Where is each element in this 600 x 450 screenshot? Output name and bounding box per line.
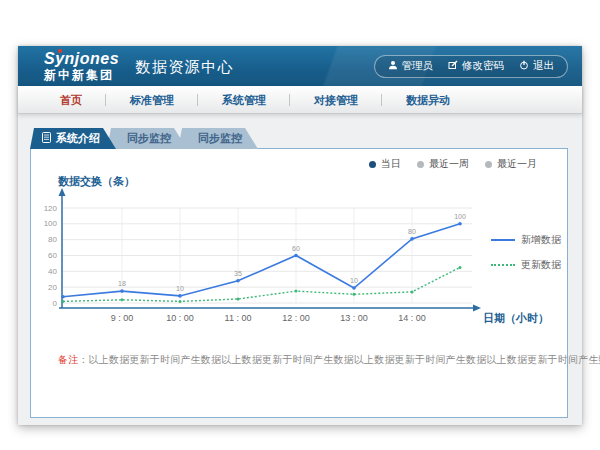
svg-text:20: 20 (48, 283, 57, 292)
app-header: Synjones 新中新集团 数据资源中心 管理员修改密码退出 (18, 46, 582, 86)
header-action-user[interactable]: 管理员 (388, 59, 434, 73)
logo-red-dot-icon (58, 49, 62, 53)
legend-line-sample (491, 239, 515, 241)
nav-item-0[interactable]: 首页 (36, 87, 106, 113)
header-action-label: 修改密码 (462, 59, 504, 73)
svg-text:数据交换（条）: 数据交换（条） (57, 175, 135, 188)
svg-text:12 : 00: 12 : 00 (282, 313, 310, 323)
edit-icon (448, 60, 458, 72)
svg-text:11 : 00: 11 : 00 (225, 313, 252, 323)
nav-item-4[interactable]: 数据异动 (382, 87, 474, 113)
nav-item-1[interactable]: 标准管理 (106, 87, 198, 113)
radio-icon (369, 161, 376, 168)
content-panel: 020406080100120数据交换（条）日期（小时）9 : 0010 : 0… (30, 148, 568, 418)
time-range-options: 当日最近一周最近一月 (369, 157, 537, 171)
range-option-label: 当日 (381, 157, 401, 171)
svg-text:120: 120 (44, 204, 58, 213)
logo-text-en: Synjones (44, 51, 119, 67)
legend-item-0: 新增数据 (491, 233, 561, 247)
footnote-prefix: 备注 (58, 354, 78, 365)
header-actions: 管理员修改密码退出 (374, 55, 569, 78)
svg-text:80: 80 (408, 228, 416, 235)
radio-icon (417, 161, 424, 168)
tab-1[interactable]: 同步监控 (107, 128, 187, 149)
range-option-0[interactable]: 当日 (369, 157, 401, 171)
legend-line-sample (491, 264, 515, 266)
legend-item-1: 更新数据 (491, 258, 561, 272)
range-option-label: 最近一月 (497, 157, 537, 171)
nav-item-2[interactable]: 系统管理 (198, 87, 290, 113)
line-chart: 020406080100120数据交换（条）日期（小时）9 : 0010 : 0… (31, 149, 569, 417)
range-option-1[interactable]: 最近一周 (417, 157, 469, 171)
svg-text:60: 60 (292, 245, 300, 252)
svg-text:9 : 00: 9 : 00 (111, 313, 134, 323)
svg-text:14 : 00: 14 : 00 (398, 313, 426, 323)
svg-text:0: 0 (53, 299, 58, 308)
range-option-2[interactable]: 最近一月 (485, 157, 537, 171)
svg-text:80: 80 (48, 235, 57, 244)
radio-icon (485, 161, 492, 168)
svg-text:18: 18 (118, 280, 126, 287)
svg-text:10: 10 (176, 285, 184, 292)
svg-text:10 : 00: 10 : 00 (166, 313, 194, 323)
tab-2[interactable]: 同步监控 (178, 128, 258, 149)
range-option-label: 最近一周 (429, 157, 469, 171)
header-action-label: 管理员 (402, 59, 434, 73)
tab-label: 系统介绍 (56, 131, 100, 146)
logo-text-cn: 新中新集团 (44, 69, 119, 81)
header-action-logout[interactable]: 退出 (519, 59, 554, 73)
footnote-text: ：以上数据更新于时间产生数据以上数据更新于时间产生数据以上数据更新于时间产生数据… (78, 354, 600, 365)
svg-text:13 : 00: 13 : 00 (340, 313, 368, 323)
doc-icon (42, 132, 51, 145)
page-title: 数据资源中心 (135, 58, 234, 77)
user-icon (388, 60, 398, 72)
svg-text:10: 10 (350, 277, 358, 284)
nav-item-3[interactable]: 对接管理 (290, 87, 382, 113)
svg-text:60: 60 (48, 251, 57, 260)
company-logo: Synjones 新中新集团 (44, 51, 119, 81)
svg-text:35: 35 (234, 270, 242, 277)
tab-0[interactable]: 系统介绍 (30, 128, 116, 149)
header-action-label: 退出 (533, 59, 554, 73)
tab-bar: 系统介绍同步监控同步监控 (30, 128, 258, 149)
header-action-change-password[interactable]: 修改密码 (448, 59, 504, 73)
legend-label: 更新数据 (521, 258, 561, 272)
footnote: 备注：以上数据更新于时间产生数据以上数据更新于时间产生数据以上数据更新于时间产生… (58, 353, 600, 367)
tab-label: 同步监控 (198, 131, 242, 146)
tab-label: 同步监控 (127, 131, 171, 146)
svg-text:日期（小时）: 日期（小时） (483, 312, 549, 325)
chart-legend: 新增数据更新数据 (491, 233, 561, 272)
svg-text:100: 100 (44, 219, 58, 228)
main-nav: 首页标准管理系统管理对接管理数据异动 (18, 86, 582, 114)
legend-label: 新增数据 (521, 233, 561, 247)
app-window: Synjones 新中新集团 数据资源中心 管理员修改密码退出 首页标准管理系统… (18, 46, 582, 425)
logout-icon (519, 60, 529, 72)
svg-text:40: 40 (48, 267, 57, 276)
svg-text:100: 100 (454, 213, 466, 220)
